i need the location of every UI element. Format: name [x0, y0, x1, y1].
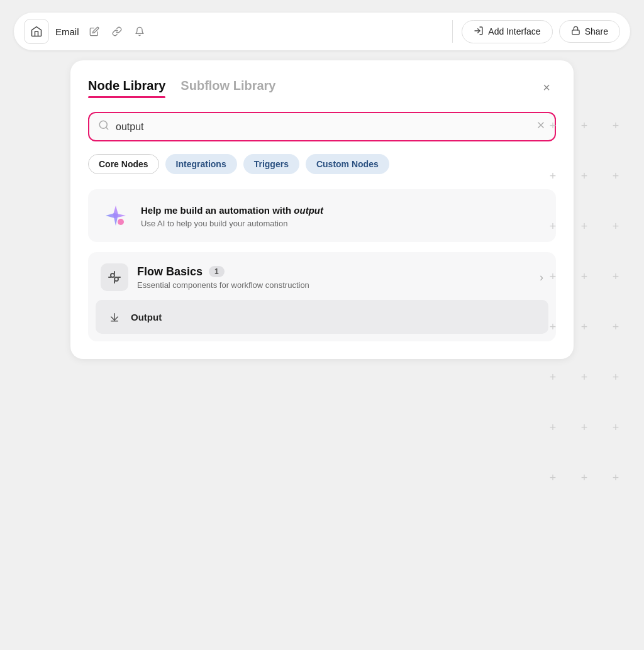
edit-icon[interactable] — [86, 23, 103, 40]
plus-decoration: + — [600, 453, 631, 503]
plus-decoration: + — [600, 402, 631, 453]
svg-rect-1 — [572, 30, 579, 35]
plus-decoration: + — [600, 101, 631, 151]
svg-point-8 — [114, 277, 118, 281]
section-description: Essential components for workflow constr… — [137, 280, 531, 290]
plus-decoration: + — [600, 201, 631, 251]
output-node-icon — [106, 308, 123, 326]
ai-card-title: Help me build an automation with output — [141, 204, 323, 217]
flow-basics-section: Flow Basics 1 Essential components for w… — [88, 252, 556, 341]
svg-point-6 — [118, 219, 124, 225]
section-header[interactable]: Flow Basics 1 Essential components for w… — [88, 252, 556, 300]
bell-icon[interactable] — [131, 23, 148, 40]
section-title: Flow Basics — [137, 265, 203, 278]
search-icon — [98, 119, 109, 134]
ai-suggestion-card[interactable]: Help me build an automation with output … — [88, 189, 556, 242]
plus-decoration: + — [569, 352, 600, 402]
panel-close-button[interactable]: × — [537, 78, 556, 97]
section-info: Flow Basics 1 Essential components for w… — [137, 265, 531, 290]
plus-decoration: + — [600, 251, 631, 302]
section-icon — [101, 263, 128, 291]
node-item-output[interactable]: Output — [96, 300, 548, 334]
ai-card-text: Help me build an automation with output … — [141, 204, 323, 228]
svg-line-3 — [106, 127, 108, 129]
link-icon[interactable] — [108, 23, 126, 40]
tab-node-library[interactable]: Node Library — [88, 79, 165, 97]
chip-integrations-label: Integrations — [176, 159, 226, 169]
share-label: Share — [585, 26, 608, 36]
toolbar-icons — [86, 23, 148, 40]
chip-custom-nodes-label: Custom Nodes — [316, 159, 379, 169]
svg-point-7 — [111, 273, 114, 277]
chip-core-nodes-label: Core Nodes — [99, 159, 148, 169]
share-icon — [571, 26, 580, 37]
add-interface-label: Add Interface — [488, 26, 540, 36]
top-bar-left: Email — [24, 19, 443, 44]
filter-chips: Core Nodes Integrations Triggers Custom … — [88, 154, 556, 174]
plus-decoration: + — [569, 402, 600, 453]
home-button[interactable] — [24, 19, 49, 44]
plus-decoration: + — [569, 453, 600, 503]
plus-decoration: + — [600, 151, 631, 201]
add-interface-icon — [474, 26, 484, 38]
chip-triggers[interactable]: Triggers — [243, 154, 299, 174]
output-node-label: Output — [131, 312, 162, 322]
share-button[interactable]: Share — [559, 20, 620, 43]
search-input[interactable] — [116, 121, 530, 133]
chip-core-nodes[interactable]: Core Nodes — [88, 154, 159, 174]
ai-title-keyword: output — [294, 205, 323, 216]
top-bar: Email — [14, 13, 630, 50]
section-badge: 1 — [209, 266, 225, 277]
plus-decoration: + — [600, 302, 631, 352]
ai-title-prefix: Help me build an automation with — [141, 205, 294, 216]
ai-card-subtitle: Use AI to help you build your automation — [141, 219, 323, 228]
plus-decoration: + — [537, 402, 569, 453]
plus-decoration: + — [537, 453, 569, 503]
plus-decoration: + — [600, 352, 631, 402]
chip-triggers-label: Triggers — [254, 159, 289, 169]
chevron-right-icon: › — [540, 271, 543, 284]
panel-tabs: Node Library Subflow Library × — [88, 78, 556, 97]
divider — [452, 20, 453, 43]
section-title-row: Flow Basics 1 — [137, 265, 531, 278]
chip-integrations[interactable]: Integrations — [165, 154, 237, 174]
plus-decoration: + — [537, 352, 569, 402]
tab-subflow-library[interactable]: Subflow Library — [180, 79, 275, 97]
ai-icon — [102, 202, 130, 229]
workflow-name: Email — [55, 26, 79, 37]
node-library-panel: Node Library Subflow Library × Core Node… — [70, 60, 574, 359]
search-clear-button[interactable] — [536, 120, 546, 133]
search-container — [88, 112, 556, 141]
add-interface-button[interactable]: Add Interface — [462, 20, 552, 43]
chip-custom-nodes[interactable]: Custom Nodes — [306, 154, 389, 174]
